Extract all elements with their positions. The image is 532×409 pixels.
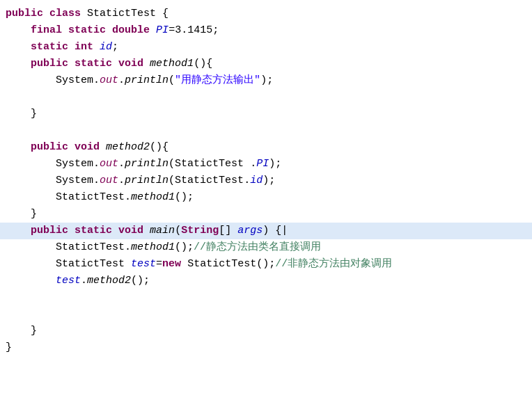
system-class3: System (56, 173, 93, 189)
keyword-class: class (49, 6, 81, 22)
out-ref2: out (100, 156, 118, 173)
keyword-static2: static (31, 39, 68, 56)
keyword-public2: public (31, 56, 68, 72)
keyword-public4: public (31, 223, 68, 239)
code-line-10: System.out.println(StatictTest .PI); (0, 156, 532, 173)
keyword-public3: public (31, 139, 68, 156)
code-line-8 (0, 122, 532, 139)
keyword-static1: static (68, 22, 106, 39)
method-method1: method1 (150, 56, 194, 72)
code-line-20: } (0, 323, 532, 339)
code-line-9: public void method2(){ (0, 139, 532, 156)
method-call1: method1 (131, 189, 175, 206)
code-line-17: test.method2(); (0, 273, 532, 289)
field-id: id (100, 39, 112, 56)
class-name5: StatictTest (56, 239, 125, 256)
system-class1: System (56, 72, 93, 89)
code-line-11: System.out.println(StatictTest.id); (0, 173, 532, 189)
code-line-21: } (0, 339, 532, 356)
code-line-4: public static void method1(){ (0, 56, 532, 72)
field-id2: id (250, 173, 263, 189)
method-main: main (150, 223, 175, 239)
code-line-1: public class StatictTest { (0, 6, 532, 22)
comment-1: //静态方法由类名直接调用 (194, 239, 321, 256)
method-call2: method1 (131, 239, 175, 256)
out-ref1: out (100, 72, 118, 89)
var-test: test (131, 256, 156, 273)
code-line-3: static int id; (0, 39, 532, 56)
code-line-6 (0, 89, 532, 106)
keyword-new: new (162, 256, 181, 273)
code-line-12: StatictTest.method1(); (0, 189, 532, 206)
type-double: double (112, 22, 150, 39)
field-pi: PI (156, 22, 169, 39)
class-name2: StatictTest (175, 156, 244, 173)
println2: println (125, 156, 169, 173)
code-line-18 (0, 289, 532, 306)
system-class2: System (56, 156, 93, 173)
class-name7: StatictTest (187, 256, 256, 273)
method-call3: method2 (87, 273, 131, 289)
param-args: args (237, 223, 263, 239)
string-1: "用静态方法输出" (175, 72, 260, 89)
keyword-static3: static (75, 56, 112, 72)
field-pi2: PI (256, 156, 269, 173)
keyword-void2: void (75, 139, 100, 156)
code-line-19 (0, 306, 532, 323)
code-container: public class StatictTest { final static … (0, 0, 532, 409)
println1: println (125, 72, 169, 89)
keyword-void1: void (118, 56, 143, 72)
keyword-public: public (6, 6, 43, 22)
code-line-7: } (0, 106, 532, 122)
class-name3: StatictTest (175, 173, 244, 189)
method-method2: method2 (106, 139, 150, 156)
number-pi: 3.1415 (175, 22, 212, 39)
code-line-13: } (0, 206, 532, 223)
code-line-16: StatictTest test=new StatictTest();//非静态… (0, 256, 532, 273)
comment-2: //非静态方法由对象调用 (275, 256, 392, 273)
keyword-final: final (31, 22, 62, 39)
type-string: String (181, 223, 219, 239)
class-name: StatictTest (87, 6, 156, 22)
out-ref3: out (100, 173, 118, 189)
println3: println (125, 173, 169, 189)
keyword-void3: void (118, 223, 143, 239)
class-name6: StatictTest (56, 256, 125, 273)
class-name4: StatictTest (56, 189, 125, 206)
type-int: int (75, 39, 93, 56)
code-line-2: final static double PI=3.1415; (0, 22, 532, 39)
code-line-5: System.out.println("用静态方法输出"); (0, 72, 532, 89)
var-test2: test (56, 273, 81, 289)
code-line-14: public static void main(String[] args) {… (0, 223, 532, 239)
keyword-static4: static (75, 223, 112, 239)
code-line-15: StatictTest.method1();//静态方法由类名直接调用 (0, 239, 532, 256)
